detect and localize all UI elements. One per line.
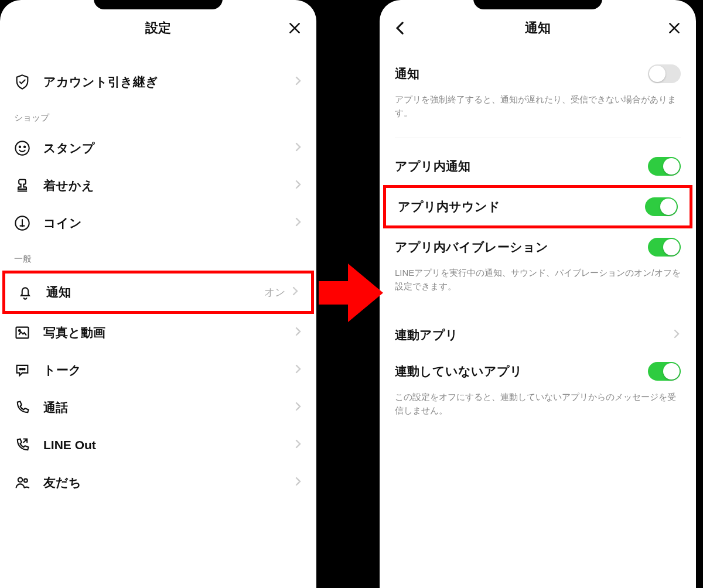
row-stamp[interactable]: スタンプ (0, 129, 316, 167)
row-label: 着せかえ (43, 177, 294, 194)
friends-icon (14, 474, 30, 491)
row-label: アカウント引き継ぎ (43, 74, 294, 90)
phone-out-icon (14, 437, 30, 453)
row-label: アプリ内バイブレーション (395, 239, 648, 255)
svg-point-1 (19, 146, 21, 148)
row-label: 連動アプリ (395, 327, 673, 343)
divider (395, 138, 681, 138)
page-title: 設定 (145, 19, 171, 37)
row-account-transfer[interactable]: アカウント引き継ぎ (0, 63, 316, 101)
row-friends[interactable]: 友だち (0, 464, 316, 501)
close-button[interactable] (287, 20, 302, 36)
row-call[interactable]: 通話 (0, 389, 316, 426)
svg-point-2 (24, 146, 25, 148)
row-label: アプリ内通知 (395, 158, 648, 175)
toggle-inapp-notification[interactable] (648, 157, 681, 176)
chevron-right-icon (294, 142, 302, 155)
row-photo-video[interactable]: 写真と動画 (0, 314, 316, 351)
row-inapp-notification[interactable]: アプリ内通知 (380, 148, 696, 185)
phone-icon (14, 399, 30, 416)
row-notification-master[interactable]: 通知 (380, 55, 696, 93)
chevron-right-icon (294, 364, 302, 377)
chevron-right-icon (294, 76, 302, 88)
header-left: 設定 (0, 9, 316, 47)
row-label: 通知 (395, 66, 648, 82)
chevron-right-icon (294, 217, 302, 230)
row-talk[interactable]: トーク (0, 351, 316, 389)
row-unlinked-apps[interactable]: 連動していないアプリ (380, 353, 696, 390)
close-button[interactable] (667, 20, 682, 36)
row-label: LINE Out (43, 438, 294, 452)
chevron-right-icon (291, 286, 299, 299)
row-inapp-sound[interactable]: アプリ内サウンド (383, 185, 692, 228)
chevron-right-icon (294, 401, 302, 414)
row-label: 写真と動画 (43, 324, 294, 341)
chat-icon (14, 362, 30, 378)
right-screen: 通知 通知 アプリを強制終了すると、通知が遅れたり、受信できない場合があります。… (380, 0, 696, 588)
row-label: 友だち (43, 474, 294, 491)
smile-icon (14, 140, 30, 156)
svg-point-10 (24, 479, 28, 483)
row-linked-apps[interactable]: 連動アプリ (380, 317, 696, 353)
bell-icon (17, 284, 33, 300)
toggle-inapp-vibration[interactable] (648, 238, 681, 257)
row-inapp-vibration[interactable]: アプリ内バイブレーション (380, 228, 696, 266)
chevron-right-icon (294, 326, 302, 339)
row-line-out[interactable]: LINE Out (0, 426, 316, 464)
row-status: オン (264, 285, 285, 299)
coin-icon (14, 215, 30, 231)
chevron-left-icon (394, 20, 405, 36)
row-notification[interactable]: 通知 オン (2, 271, 314, 314)
image-icon (14, 324, 30, 341)
arrow-icon (319, 258, 383, 328)
chevron-right-icon (673, 329, 681, 341)
section-header-shop: ショップ (0, 101, 316, 129)
close-icon (667, 20, 682, 36)
phone-notch (94, 0, 223, 9)
toggle-inapp-sound[interactable] (645, 197, 678, 216)
row-label: スタンプ (43, 140, 294, 156)
row-theme[interactable]: 着せかえ (0, 167, 316, 204)
svg-point-0 (15, 141, 29, 155)
inapp-desc: LINEアプリを実行中の通知、サウンド、バイブレーションのオン/オフを設定できま… (380, 266, 696, 302)
section-header-general: 一般 (0, 242, 316, 271)
svg-point-6 (19, 368, 21, 370)
chevron-right-icon (294, 476, 302, 489)
chevron-right-icon (294, 179, 302, 192)
back-button[interactable] (394, 20, 405, 36)
row-label: 通話 (43, 399, 294, 416)
row-label: トーク (43, 362, 294, 378)
row-label: 通知 (46, 284, 264, 300)
svg-point-9 (18, 478, 22, 482)
settings-list: アカウント引き継ぎ ショップ スタンプ 着せかえ コイン (0, 47, 316, 501)
row-label: 連動していないアプリ (395, 363, 648, 380)
svg-point-5 (19, 330, 21, 331)
row-label: コイン (43, 215, 294, 231)
row-label: アプリ内サウンド (398, 199, 645, 215)
row-coin[interactable]: コイン (0, 204, 316, 242)
close-icon (287, 20, 302, 36)
page-title: 通知 (525, 19, 551, 37)
unlinked-apps-desc: この設定をオフにすると、連動していないアプリからのメッセージを受信しません。 (380, 390, 696, 426)
left-screen: 設定 アカウント引き継ぎ ショップ スタンプ (0, 0, 316, 588)
stamp-icon (14, 177, 30, 194)
notification-settings: 通知 アプリを強制終了すると、通知が遅れたり、受信できない場合があります。 アプ… (380, 47, 696, 426)
notification-desc: アプリを強制終了すると、通知が遅れたり、受信できない場合があります。 (380, 93, 696, 128)
shield-check-icon (14, 74, 30, 90)
svg-point-7 (22, 368, 23, 370)
svg-point-8 (23, 368, 25, 370)
header-right: 通知 (380, 9, 696, 47)
toggle-notification[interactable] (648, 64, 681, 83)
toggle-unlinked-apps[interactable] (648, 362, 681, 381)
chevron-right-icon (294, 439, 302, 452)
phone-notch (473, 0, 602, 9)
